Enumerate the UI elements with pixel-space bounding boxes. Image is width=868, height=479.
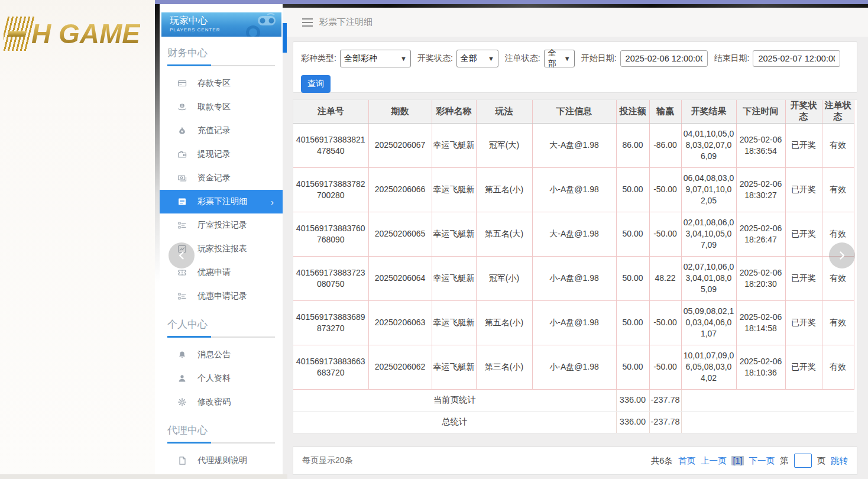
first-page-link[interactable]: 首页: [678, 455, 695, 467]
summary-label: 总统计: [293, 411, 616, 433]
table-cell: 小-A盘@1.98: [532, 167, 616, 212]
screen: H GAME 玩家中心 PLAYERS CENTER 财务中心存款专区取款专区充…: [0, 0, 868, 479]
sidebar-item-提现记录[interactable]: 提现记录: [160, 143, 283, 166]
sidebar-section-title: 代理中心: [167, 423, 275, 437]
blue-accent-tick: [283, 23, 287, 53]
pager: 共6条 首页 上一页 [1] 下一页 第 页 跳转: [651, 454, 848, 468]
column-header: 下注时间: [736, 100, 785, 123]
next-page-link[interactable]: 下一页: [749, 455, 775, 467]
chevron-down-icon: ▼: [488, 55, 494, 62]
sidebar-item-优惠申请记录[interactable]: 优惠申请记录: [160, 284, 283, 308]
sidebar-item-彩票下注明细[interactable]: 彩票下注明细›: [160, 190, 283, 213]
chevron-left-icon: [176, 250, 187, 261]
table-row: 40156917388372308075020250206064幸运飞艇新冠军(…: [293, 256, 854, 300]
column-header: 投注额: [616, 100, 649, 123]
table-cell: 已开奖: [785, 167, 822, 212]
end-date-input[interactable]: [753, 50, 840, 67]
column-header: 输赢: [649, 100, 681, 123]
sidebar-item-资金记录[interactable]: 资金记录: [160, 166, 283, 190]
page-number-input[interactable]: [794, 454, 812, 468]
table-cell: 已开奖: [785, 300, 822, 345]
sidebar-item-label: 个人资料: [197, 373, 231, 384]
table-cell: 第五名(大): [476, 212, 532, 256]
page-size-text: 每页显示20条: [302, 455, 353, 466]
bets-table-card: 注单号期数彩种名称玩法下注信息投注额输赢开奖结果下注时间开奖状态注单状态 401…: [293, 99, 857, 433]
jump-link[interactable]: 跳转: [831, 455, 848, 467]
table-cell: 50.00: [616, 212, 649, 256]
sidebar-item-label: 优惠申请: [197, 267, 231, 278]
sidebar-item-修改密码[interactable]: 修改密码: [160, 390, 283, 414]
logo-stripes-icon: [4, 17, 35, 51]
filter-panel: 彩种类型: 全部彩种 ▼ 开奖状态: 全部 ▼ 注单状态: 全部 ▼ 开始日期:…: [293, 41, 857, 93]
table-cell: 20250206062: [368, 345, 432, 389]
table-cell: -50.00: [649, 167, 681, 212]
sidebar-item-label: 彩票下注明细: [197, 196, 247, 207]
column-header: 彩种名称: [432, 100, 476, 123]
sidebar-item-label: 优惠申请记录: [197, 291, 247, 302]
sidebar-item-label: 修改密码: [197, 397, 231, 407]
table-cell: 小-A盘@1.98: [532, 300, 616, 345]
content-header: 彩票下注明细: [283, 8, 868, 37]
page-suffix-text: 页: [817, 455, 826, 467]
deposit-card-icon: [177, 79, 187, 88]
table-cell: 2025-02-06 18:36:54: [736, 123, 785, 167]
order-status-label: 注单状态:: [505, 53, 540, 64]
table-cell: 已开奖: [785, 123, 822, 167]
lottery-type-select[interactable]: 全部彩种 ▼: [340, 50, 411, 67]
table-row: 40156917388376076809020250206065幸运飞艇新第五名…: [293, 212, 854, 256]
column-header: 玩法: [476, 100, 532, 123]
table-cell: -50.00: [649, 345, 681, 389]
table-cell: 幸运飞艇新: [432, 123, 476, 167]
lottery-type-label: 彩种类型:: [301, 53, 336, 64]
table-cell: 幸运飞艇新: [432, 300, 476, 345]
sidebar-item-存款专区[interactable]: 存款专区: [160, 72, 283, 95]
table-cell: 401569173883821478540: [293, 123, 368, 167]
pagination-bar: 每页显示20条 共6条 首页 上一页 [1] 下一页 第 页 跳转: [293, 446, 857, 475]
table-cell: 小-A盘@1.98: [532, 256, 616, 300]
collapse-left-button[interactable]: [169, 242, 195, 268]
table-row: 40156917388382147854020250206067幸运飞艇新冠军(…: [293, 123, 854, 167]
sidebar-item-消息公告[interactable]: 消息公告: [160, 343, 283, 367]
moneybag-icon: [177, 126, 187, 135]
sidebar-section: 代理中心代理规则说明代理团队统计: [160, 423, 283, 479]
table-cell: 05,09,08,02,10,03,04,06,01,07: [681, 300, 736, 345]
table-cell: 冠军(大): [476, 123, 532, 167]
table-cell: 幸运飞艇新: [432, 345, 476, 389]
table-cell: 401569173883782700280: [293, 167, 368, 212]
sidebar-dark-edge: [155, 4, 160, 282]
sidebar-section-title: 个人中心: [167, 318, 275, 331]
table-cell: 401569173883760768090: [293, 212, 368, 256]
summary-empty: [681, 411, 854, 433]
sidebar-item-个人资料[interactable]: 个人资料: [160, 367, 283, 390]
summary-bet-total: 336.00: [616, 389, 649, 411]
hamburger-menu-icon[interactable]: [302, 18, 313, 27]
table-cell: 48.22: [649, 256, 681, 300]
section-divider: [167, 442, 275, 444]
start-date-input[interactable]: [620, 50, 708, 67]
sidebar-item-充值记录[interactable]: 充值记录: [160, 119, 283, 143]
draw-status-value: 全部: [461, 53, 477, 64]
logo-text: H GAME: [31, 18, 140, 50]
sidebar-item-label: 取款专区: [197, 102, 231, 112]
summary-winloss-total: -237.78: [649, 411, 681, 433]
current-page-indicator[interactable]: [1]: [731, 456, 743, 465]
prev-page-link[interactable]: 上一页: [701, 455, 727, 467]
table-cell: 20250206065: [368, 212, 432, 256]
table-cell: 10,01,07,09,06,05,08,03,04,02: [681, 345, 736, 389]
table-header-row: 注单号期数彩种名称玩法下注信息投注额输赢开奖结果下注时间开奖状态注单状态: [293, 100, 854, 123]
sidebar-banner: 玩家中心 PLAYERS CENTER: [161, 12, 281, 37]
order-status-select[interactable]: 全部 ▼: [544, 50, 575, 67]
draw-status-select[interactable]: 全部 ▼: [456, 50, 498, 67]
table-cell: -50.00: [649, 212, 681, 256]
sidebar-item-代理规则说明[interactable]: 代理规则说明: [160, 449, 283, 472]
sidebar-item-取款专区[interactable]: 取款专区: [160, 95, 283, 119]
column-header: 期数: [368, 100, 432, 123]
sidebar-item-厅室投注记录[interactable]: 厅室投注记录: [160, 213, 283, 237]
table-cell: 20250206067: [368, 123, 432, 167]
search-button[interactable]: 查询: [301, 75, 331, 93]
sidebar-section: 个人中心消息公告个人资料修改密码: [160, 318, 283, 414]
table-cell: 2025-02-06 18:14:58: [736, 300, 785, 345]
table-cell: 2025-02-06 18:20:30: [736, 256, 785, 300]
expand-right-button[interactable]: [829, 242, 855, 268]
summary-row: 总统计336.00-237.78: [293, 411, 854, 433]
